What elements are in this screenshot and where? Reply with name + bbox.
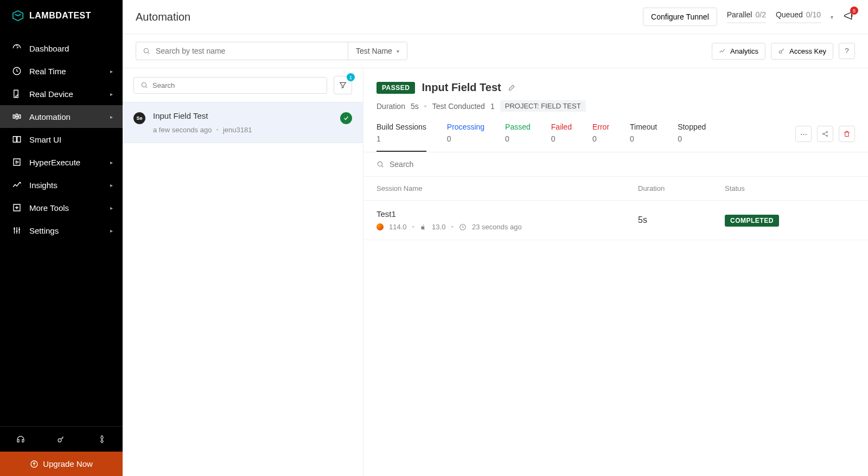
- brand-name: LAMBDATEST: [29, 11, 91, 21]
- sidebar-item-more-tools[interactable]: More Tools ▸: [0, 196, 123, 219]
- tab-count: 0: [447, 134, 484, 143]
- tab-stopped[interactable]: Stopped 0: [678, 123, 706, 152]
- col-status: Status: [725, 184, 855, 192]
- svg-point-8: [826, 135, 827, 136]
- status-pill: PASSED: [376, 82, 415, 94]
- tab-label: Processing: [447, 123, 484, 131]
- chevron-down-icon[interactable]: ▾: [831, 14, 833, 20]
- configure-tunnel-button[interactable]: Configure Tunnel: [643, 8, 717, 26]
- search-icon: [141, 81, 148, 89]
- build-list-item[interactable]: Se Input Field Test a few seconds ago • …: [123, 102, 363, 143]
- sidebar-item-settings[interactable]: Settings ▸: [0, 219, 123, 242]
- tab-label: Timeout: [630, 123, 657, 131]
- automation-icon: [12, 112, 22, 121]
- search-type-dropdown[interactable]: Test Name ▾: [348, 42, 407, 60]
- support-button[interactable]: [0, 427, 41, 452]
- search-main: [136, 42, 348, 60]
- sidebar-item-label: Insights: [29, 181, 58, 190]
- toolbar: Test Name ▾ Analytics Access Key ?: [123, 34, 868, 68]
- separator: •: [216, 126, 219, 134]
- integrations-button[interactable]: [82, 427, 123, 452]
- sidebar-item-real-device[interactable]: Real Device ▸: [0, 82, 123, 105]
- sidebar-item-insights[interactable]: Insights ▸: [0, 173, 123, 196]
- list-search: [133, 77, 327, 94]
- delete-button[interactable]: [839, 126, 855, 142]
- tab-count: 0: [630, 134, 657, 143]
- edit-icon[interactable]: [508, 83, 516, 92]
- chevron-right-icon: ▸: [110, 68, 113, 74]
- list-header: 1: [123, 68, 363, 102]
- tab-count: 0: [551, 134, 572, 143]
- topbar: Automation Configure Tunnel Parallel 0/2…: [123, 0, 868, 34]
- brand-logo[interactable]: LAMBDATEST: [0, 0, 123, 31]
- sidebar-item-label: Dashboard: [29, 44, 69, 53]
- chevron-down-icon: ▾: [397, 48, 399, 54]
- conducted-label: Test Conducted: [432, 102, 485, 111]
- tab-failed[interactable]: Failed 0: [551, 123, 572, 152]
- duration-label: Duration: [376, 102, 405, 111]
- chevron-right-icon: ▸: [110, 205, 113, 211]
- analytics-button[interactable]: Analytics: [712, 43, 765, 60]
- help-button[interactable]: ?: [839, 43, 855, 59]
- page-title: Automation: [136, 11, 190, 23]
- chevron-right-icon: ▸: [110, 114, 113, 120]
- parallel-label: Parallel: [727, 10, 752, 19]
- project-chip: PROJECT: FIELD TEST: [500, 100, 586, 112]
- tab-passed[interactable]: Passed 0: [505, 123, 531, 152]
- access-key-button[interactable]: Access Key: [771, 43, 833, 60]
- session-search-input[interactable]: [390, 160, 855, 169]
- build-name: Input Field Test: [153, 111, 333, 120]
- search-combo: Test Name ▾: [136, 42, 407, 60]
- svg-point-7: [826, 131, 827, 132]
- list-search-input[interactable]: [152, 81, 320, 89]
- key-button[interactable]: [41, 427, 81, 452]
- sidebar-item-real-time[interactable]: Real Time ▸: [0, 60, 123, 82]
- tab-processing[interactable]: Processing 0: [447, 123, 484, 152]
- browser-version: 114.0: [389, 223, 407, 231]
- share-button[interactable]: [817, 126, 833, 142]
- parallel-value: 0/2: [755, 10, 765, 19]
- firefox-icon: [376, 223, 384, 230]
- build-info: Input Field Test a few seconds ago • jen…: [153, 111, 333, 134]
- analytics-label: Analytics: [730, 47, 758, 55]
- detail-title: Input Field Test: [422, 81, 501, 94]
- chevron-right-icon: ▸: [110, 91, 113, 97]
- build-meta: a few seconds ago • jenu3181: [153, 126, 333, 134]
- filter-icon: [339, 81, 347, 89]
- search-input[interactable]: [156, 47, 341, 55]
- sidebar: LAMBDATEST Dashboard Real Time ▸ Real De…: [0, 0, 123, 476]
- sidebar-item-dashboard[interactable]: Dashboard: [0, 37, 123, 60]
- sidebar-item-automation[interactable]: Automation ▸: [0, 105, 123, 128]
- trash-icon: [843, 130, 851, 138]
- svg-point-5: [142, 82, 146, 87]
- notifications-button[interactable]: 5: [843, 10, 855, 24]
- session-row[interactable]: Test1 114.0 • 13.0 • 23 seconds ago 5s C…: [363, 201, 868, 240]
- content: 1 Se Input Field Test a few seconds ago …: [123, 68, 868, 476]
- sidebar-item-label: Real Device: [29, 89, 73, 99]
- toolbar-right: Analytics Access Key ?: [712, 43, 855, 60]
- session-status-cell: COMPLETED: [725, 215, 855, 225]
- sidebar-item-label: HyperExecute: [29, 158, 80, 167]
- access-key-label: Access Key: [789, 47, 826, 55]
- tab-label: Build Sessions: [376, 123, 426, 131]
- queued-stat[interactable]: Queued 0/10: [776, 10, 821, 23]
- tab-build[interactable]: Build Sessions 1: [376, 123, 426, 152]
- tab-count: 1: [376, 134, 426, 143]
- sidebar-item-hyperexecute[interactable]: HyperExecute ▸: [0, 151, 123, 173]
- clock-icon: [459, 223, 467, 231]
- more-button[interactable]: ⋯: [795, 126, 812, 142]
- sidebar-item-label: Settings: [29, 226, 59, 235]
- upgrade-button[interactable]: Upgrade Now: [0, 452, 123, 476]
- session-search: [363, 152, 868, 177]
- parallel-stat[interactable]: Parallel 0/2: [727, 10, 766, 23]
- tab-error[interactable]: Error 0: [592, 123, 609, 152]
- filter-button[interactable]: 1: [334, 76, 352, 94]
- tab-timeout[interactable]: Timeout 0: [630, 123, 657, 152]
- logo-icon: [12, 10, 24, 22]
- device-check-icon: [12, 89, 22, 99]
- sliders-icon: [12, 226, 22, 235]
- svg-point-9: [378, 162, 382, 166]
- sidebar-item-smart-ui[interactable]: Smart UI: [0, 128, 123, 151]
- topbar-right: Configure Tunnel Parallel 0/2 Queued 0/1…: [643, 8, 855, 26]
- gauge-icon: [12, 43, 22, 53]
